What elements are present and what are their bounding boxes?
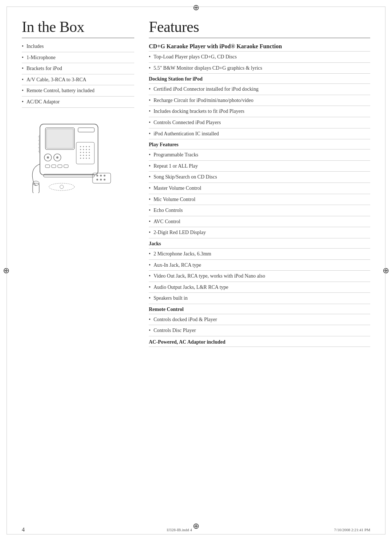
- list-item: Echo Controls: [149, 205, 370, 216]
- svg-point-15: [86, 149, 87, 150]
- svg-point-10: [83, 146, 84, 147]
- svg-point-43: [49, 183, 74, 190]
- list-item: Includes: [22, 41, 134, 52]
- list-item: Includes docking brackets to fit iPod Pl…: [149, 106, 370, 117]
- list-item: Speakers built in: [149, 293, 370, 304]
- list-item: Top-Load Player plays CD+G, CD Discs: [149, 52, 370, 63]
- features-divider: [149, 38, 370, 38]
- svg-point-13: [80, 149, 81, 150]
- features-final-note: AC-Powered, AC Adaptor included: [149, 337, 370, 347]
- svg-rect-33: [44, 174, 94, 177]
- list-item: Controls Connected iPod Players: [149, 117, 370, 128]
- svg-point-38: [100, 175, 102, 176]
- list-item: Repeat 1 or ALL Play: [149, 161, 370, 172]
- heading-jacks: Jacks: [149, 239, 370, 249]
- cdg-karaoke-list: Top-Load Player plays CD+G, CD Discs 5.5…: [149, 52, 370, 74]
- svg-rect-32: [64, 165, 68, 168]
- footer-date: 7/10/2008 2:21:41 PM: [334, 528, 370, 532]
- svg-point-23: [86, 155, 87, 156]
- svg-point-5: [47, 156, 49, 159]
- svg-rect-2: [46, 129, 73, 148]
- features-section: Features CD+G Karaoke Player with iPod® …: [149, 18, 370, 516]
- svg-rect-8: [76, 142, 94, 164]
- svg-point-21: [80, 155, 81, 156]
- list-item: 2 Microphone Jacks, 6.3mm: [149, 249, 370, 260]
- svg-rect-3: [78, 128, 94, 132]
- svg-point-24: [89, 155, 90, 156]
- svg-point-44: [60, 185, 64, 189]
- svg-rect-30: [52, 165, 56, 168]
- list-item: Remote Control, battery included: [22, 85, 134, 97]
- list-item: Certified iPod Connector installed for i…: [149, 84, 370, 95]
- in-the-box-divider: [22, 38, 134, 38]
- list-item: Aux-In Jack, RCA type: [149, 260, 370, 271]
- list-item: Programmable Tracks: [149, 149, 370, 161]
- in-the-box-title: In the Box: [22, 18, 134, 36]
- list-item: Brackets for iPod: [22, 63, 134, 74]
- heading-play-features: Play Features: [149, 140, 370, 149]
- in-the-box-section: In the Box Includes 1-Microphone Bracket…: [22, 18, 134, 516]
- device-image: [22, 115, 123, 195]
- svg-point-40: [97, 179, 98, 180]
- list-item: AC/DC Adaptor: [22, 97, 134, 108]
- list-item: Controls Disc Player: [149, 325, 370, 336]
- svg-point-14: [83, 149, 84, 150]
- svg-point-18: [83, 152, 84, 153]
- remote-control-list: Controls docked iPod & Player Controls D…: [149, 314, 370, 336]
- heading-remote-control: Remote Control: [149, 305, 370, 314]
- docking-list: Certified iPod Connector installed for i…: [149, 84, 370, 139]
- features-title: Features: [149, 18, 370, 36]
- svg-point-25: [80, 157, 81, 159]
- list-item: Controls docked iPod & Player: [149, 314, 370, 325]
- list-item: 5.5" B&W Monitor displays CD+G graphics …: [149, 63, 370, 74]
- svg-rect-31: [58, 165, 62, 168]
- list-item: AVC Control: [149, 216, 370, 228]
- play-features-list: Programmable Tracks Repeat 1 or ALL Play…: [149, 149, 370, 238]
- svg-point-41: [100, 179, 102, 180]
- svg-point-19: [86, 152, 87, 153]
- svg-point-7: [56, 156, 58, 159]
- list-item: Video Out Jack, RCA type, works with iPo…: [149, 271, 370, 282]
- footer: 4 IJ328-IB.indd 4 7/10/2008 2:21:41 PM: [22, 526, 370, 533]
- svg-point-12: [89, 146, 90, 147]
- svg-point-27: [86, 157, 87, 159]
- svg-point-16: [89, 149, 90, 150]
- list-item: 1-Microphone: [22, 52, 134, 63]
- main-content: In the Box Includes 1-Microphone Bracket…: [22, 18, 370, 516]
- in-the-box-list: Includes 1-Microphone Brackets for iPod …: [22, 41, 134, 108]
- svg-point-39: [104, 175, 106, 176]
- svg-point-22: [83, 155, 84, 156]
- list-item: A/V Cable, 3-RCA to 3-RCA: [22, 74, 134, 86]
- svg-point-17: [80, 152, 81, 153]
- heading-docking-station: Docking Station for iPod: [149, 74, 370, 84]
- svg-point-26: [83, 157, 84, 159]
- page-number: 4: [22, 526, 25, 533]
- jacks-list: 2 Microphone Jacks, 6.3mm Aux-In Jack, R…: [149, 249, 370, 304]
- list-item: Mic Volume Control: [149, 194, 370, 205]
- svg-point-11: [86, 146, 87, 147]
- list-item: Song Skip/Search on CD Discs: [149, 172, 370, 183]
- list-item: iPod Authentication IC installed: [149, 128, 370, 140]
- svg-point-20: [89, 152, 90, 153]
- footer-filename: IJ328-IB.indd 4: [167, 528, 192, 532]
- svg-rect-29: [45, 165, 50, 168]
- svg-point-37: [97, 175, 98, 176]
- svg-point-28: [89, 157, 90, 159]
- list-item: Recharge Circuit for iPod/mini/nano/phot…: [149, 95, 370, 106]
- heading-cdg-karaoke: CD+G Karaoke Player with iPod® Karaoke F…: [149, 41, 370, 52]
- svg-point-42: [104, 179, 106, 180]
- list-item: Master Volume Control: [149, 183, 370, 194]
- svg-point-9: [80, 146, 81, 147]
- list-item: 2-Digit Red LED Display: [149, 227, 370, 238]
- list-item: Audio Output Jacks, L&R RCA type: [149, 282, 370, 293]
